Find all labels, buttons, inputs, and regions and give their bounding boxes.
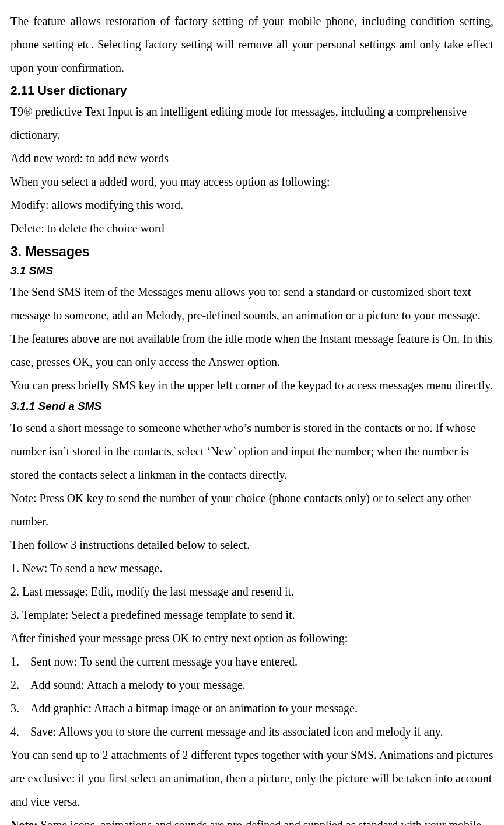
list-item: 3. Add graphic: Attach a bitmap image or… (10, 697, 494, 720)
note-label: Note: (10, 819, 38, 825)
paragraph-note-ok: Note: Press OK key to send the number of… (10, 486, 494, 533)
paragraph-sms-key: You can press briefly SMS key in the upp… (10, 374, 494, 397)
paragraph-follow-3: Then follow 3 instructions detailed belo… (10, 533, 494, 556)
paragraph-send-short-msg: To send a short message to someone wheth… (10, 416, 494, 486)
heading-messages: 3. Messages (10, 242, 494, 261)
heading-user-dictionary: 2.11 User dictionary (10, 82, 494, 99)
paragraph-send-sms-intro: The Send SMS item of the Messages menu a… (10, 280, 494, 374)
paragraph-after-finished: After finished your message press OK to … (10, 626, 494, 650)
paragraph-t9: T9® predictive Text Input is an intellig… (10, 100, 494, 147)
list-item: 2. Add sound: Attach a melody to your me… (10, 673, 494, 697)
paragraph-modify: Modify: allows modifying this word. (10, 193, 494, 217)
heading-send-a-sms: 3.1.1 Send a SMS (10, 398, 494, 415)
ordered-list-options: 1. Sent now: To send the current message… (10, 650, 494, 743)
paragraph-attachments: You can send up to 2 attachments of 2 di… (10, 743, 494, 813)
list-text: Sent now: To send the current message yo… (30, 650, 298, 673)
list-item: 4. Save: Allows you to store the current… (10, 720, 494, 743)
list-text: Add sound: Attach a melody to your messa… (30, 673, 246, 697)
paragraph-add-new-word: Add new word: to add new words (10, 147, 494, 170)
list-num: 3. (10, 697, 30, 720)
paragraph-option-intro: When you select a added word, you may ac… (10, 170, 494, 193)
paragraph-factory-setting: The feature allows restoration of factor… (10, 9, 494, 79)
paragraph-item-new: 1. New: To send a new message. (10, 556, 494, 580)
list-num: 2. (10, 673, 30, 697)
list-item: 1. Sent now: To send the current message… (10, 650, 494, 673)
list-text: Add graphic: Attach a bitmap image or an… (30, 697, 358, 720)
paragraph-item-last: 2. Last message: Edit, modify the last m… (10, 580, 494, 603)
paragraph-delete: Delete: to delete the choice word (10, 217, 494, 240)
list-num: 4. (10, 720, 30, 743)
note-text: Some icons, animations and sounds are pr… (10, 819, 485, 825)
list-num: 1. (10, 650, 30, 673)
paragraph-note-block: Note: Some icons, animations and sounds … (10, 813, 494, 825)
list-text: Save: Allows you to store the current me… (30, 720, 443, 743)
paragraph-item-template: 3. Template: Select a predefined message… (10, 603, 494, 626)
heading-sms: 3.1 SMS (10, 263, 494, 280)
